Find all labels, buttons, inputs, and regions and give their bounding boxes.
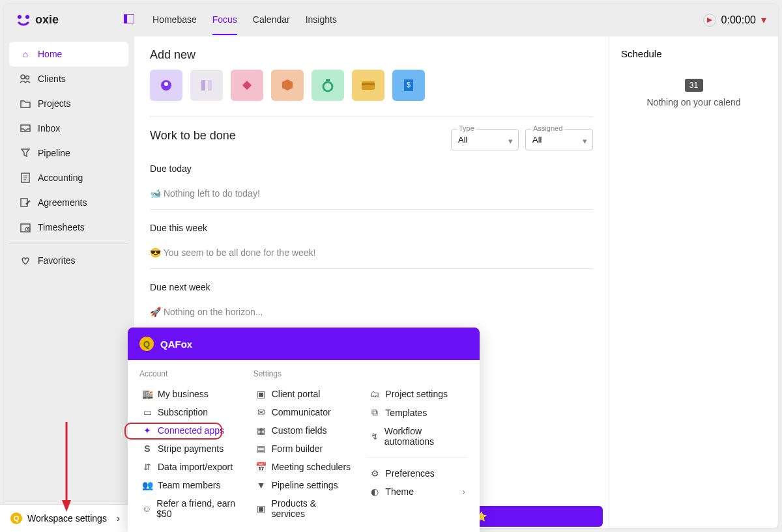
filter-assigned[interactable]: Assigned All ▾	[525, 129, 593, 150]
add-tile-invoice[interactable]: $	[392, 70, 425, 101]
column-title-blank	[367, 369, 468, 378]
filter-type-label: Type	[457, 124, 476, 132]
sidebar-label: Pipeline	[38, 148, 70, 158]
menu-theme[interactable]: ◐Theme›	[367, 483, 468, 501]
emoji-icon: 😎	[150, 247, 161, 258]
primary-tabs: Homebase Focus Calendar Insights	[152, 5, 337, 35]
menu-workflow[interactable]: ↯Workflow automations	[367, 422, 468, 451]
filter-type[interactable]: Type All ▾	[451, 129, 519, 150]
workspace-avatar: Q	[10, 512, 22, 524]
brand-name: oxie	[35, 13, 59, 27]
workspace-settings-button[interactable]: Q Workspace settings ›	[0, 504, 130, 532]
add-tile-contact[interactable]	[150, 70, 182, 101]
add-new-row: $	[150, 70, 593, 101]
menu-connected-apps[interactable]: ✦Connected apps	[139, 421, 240, 440]
sidebar-item-clients[interactable]: Clients	[9, 66, 128, 91]
svg-rect-14	[201, 80, 205, 91]
menu-templates[interactable]: ⧉Templates	[367, 403, 468, 422]
sidebar-item-home[interactable]: ⌂Home	[9, 42, 128, 66]
menu-meetings[interactable]: 📅Meeting schedulers	[253, 458, 355, 476]
sidebar-item-pipeline[interactable]: Pipeline	[9, 141, 128, 165]
tab-calendar[interactable]: Calendar	[253, 5, 290, 35]
menu-pipeline-settings[interactable]: ▼Pipeline settings	[253, 476, 355, 494]
add-tile-package[interactable]	[271, 70, 304, 101]
section-title: Due this week	[150, 223, 593, 233]
settings-column-1: Settings ▣Client portal ✉Communicator ▦C…	[253, 369, 355, 523]
popup-workspace-name: QAFox	[160, 339, 192, 350]
emoji-icon: 🐋	[150, 188, 161, 199]
add-tile-task[interactable]	[190, 70, 223, 101]
filter-assigned-value: All	[532, 135, 542, 145]
sidebar-label: Timesheets	[38, 222, 85, 232]
sidebar-item-favorites[interactable]: Favorites	[9, 248, 128, 273]
calendar-day-icon: 31	[685, 79, 703, 92]
funnel-icon	[20, 147, 31, 159]
menu-label: Custom fields	[272, 425, 327, 436]
people-icon	[20, 73, 31, 85]
topbar: oxie Homebase Focus Calendar Insights 0:…	[4, 4, 778, 36]
add-tile-timer[interactable]	[311, 70, 344, 101]
transfer-icon: ⇵	[142, 462, 152, 472]
menu-stripe[interactable]: SStripe payments	[139, 440, 240, 458]
schedule-empty-text: Nothing on your calend	[647, 97, 741, 107]
menu-my-business[interactable]: 🏬My business	[139, 385, 240, 403]
sidebar-item-accounting[interactable]: Accounting	[9, 165, 128, 190]
add-tile-payment[interactable]	[352, 70, 384, 101]
menu-team[interactable]: 👥Team members	[139, 476, 240, 494]
svg-rect-18	[326, 79, 330, 81]
due-week-section: Due this week 😎 You seem to be all done …	[150, 223, 593, 269]
timer-value: 0:00:00	[721, 14, 756, 26]
tab-insights[interactable]: Insights	[306, 5, 337, 35]
menu-label: Stripe payments	[158, 443, 224, 454]
sidebar-label: Home	[38, 49, 62, 59]
chevron-right-icon: ›	[462, 486, 465, 497]
svg-rect-19	[362, 81, 375, 90]
account-column: Account 🏬My business ▭Subscription ✦Conn…	[139, 369, 240, 523]
menu-label: My business	[158, 389, 209, 399]
workspace-popup: Q QAFox Account 🏬My business ▭Subscripti…	[128, 328, 480, 532]
column-title: Account	[139, 369, 240, 378]
menu-refer[interactable]: ☺Refer a friend, earn $50	[139, 494, 240, 523]
menu-preferences[interactable]: ⚙Preferences	[367, 464, 468, 483]
panel-toggle-icon[interactable]	[124, 14, 134, 26]
menu-label: Templates	[385, 408, 427, 418]
caret-down-icon[interactable]: ▾	[761, 14, 766, 26]
menu-subscription[interactable]: ▭Subscription	[139, 403, 240, 421]
menu-products[interactable]: ▣Products & services	[253, 494, 355, 523]
filter-assigned-label: Assigned	[531, 124, 564, 132]
work-title: Work to be done	[150, 129, 444, 143]
sidebar-label: Accounting	[38, 173, 83, 183]
menu-label: Theme	[385, 486, 414, 497]
card-icon: ▭	[142, 407, 152, 417]
sidebar-item-agreements[interactable]: Agreements	[9, 190, 128, 215]
due-today-section: Due today 🐋 Nothing left to do today!	[150, 163, 593, 210]
play-icon[interactable]	[703, 14, 716, 27]
menu-label: Subscription	[158, 407, 208, 417]
menu-label: Refer a friend, earn $50	[156, 498, 237, 519]
filter-type-value: All	[458, 135, 467, 145]
schedule-panel: Schedule 31 Nothing on your calend	[609, 36, 778, 528]
menu-data-io[interactable]: ⇵Data import/export	[139, 458, 240, 476]
menu-custom-fields[interactable]: ▦Custom fields	[253, 421, 355, 440]
svg-rect-16	[242, 81, 252, 90]
sidebar-item-inbox[interactable]: Inbox	[9, 116, 128, 141]
menu-form-builder[interactable]: ▤Form builder	[253, 440, 355, 458]
svg-point-1	[25, 15, 29, 19]
menu-project-settings[interactable]: 🗂Project settings	[367, 385, 468, 403]
svg-rect-15	[208, 80, 212, 91]
home-icon: ⌂	[20, 48, 31, 60]
sidebar-item-projects[interactable]: Projects	[9, 91, 128, 116]
smile-icon: ☺	[142, 503, 151, 514]
timer-widget[interactable]: 0:00:00 ▾	[703, 14, 766, 27]
menu-communicator[interactable]: ✉Communicator	[253, 403, 355, 421]
mail-icon: ✉	[256, 407, 267, 417]
tab-focus[interactable]: Focus	[212, 5, 237, 35]
sidebar-item-timesheets[interactable]: Timesheets	[9, 215, 128, 240]
add-tile-deal[interactable]	[231, 70, 263, 101]
svg-point-0	[18, 15, 22, 19]
menu-client-portal[interactable]: ▣Client portal	[253, 385, 355, 403]
menu-label: Meeting schedulers	[272, 462, 351, 472]
tab-homebase[interactable]: Homebase	[152, 5, 197, 35]
menu-label: Pipeline settings	[272, 480, 338, 490]
svg-point-5	[21, 75, 25, 79]
